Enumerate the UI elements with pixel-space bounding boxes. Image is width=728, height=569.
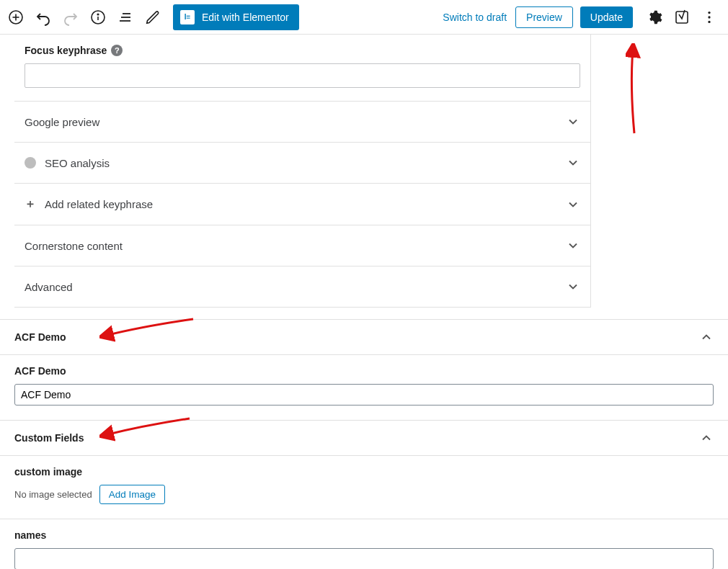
chevron-up-icon [699, 330, 714, 344]
svg-point-10 [708, 11, 710, 13]
add-related-label: Add related keyphrase [45, 198, 153, 210]
add-block-button[interactable] [3, 4, 29, 30]
names-body: names [0, 519, 728, 569]
focus-keyphrase-input[interactable] [25, 63, 580, 88]
settings-button[interactable] [642, 4, 667, 30]
google-preview-accordion[interactable]: Google preview [14, 102, 590, 143]
info-button[interactable] [85, 4, 111, 30]
acf-demo-field-label: ACF Demo [14, 365, 714, 377]
chevron-down-icon [566, 115, 580, 129]
svg-point-5 [97, 14, 99, 15]
svg-point-12 [708, 20, 710, 22]
outline-button[interactable] [112, 4, 138, 30]
plus-icon: ＋ [25, 197, 36, 212]
yoast-icon [673, 9, 691, 26]
redo-button [58, 4, 84, 30]
seo-status-dot-icon [25, 157, 36, 169]
preview-button[interactable]: Preview [515, 6, 573, 28]
advanced-label: Advanced [25, 281, 73, 293]
names-label: names [14, 529, 714, 541]
seo-analysis-accordion[interactable]: SEO analysis [14, 143, 590, 184]
chevron-down-icon [566, 279, 580, 294]
acf-demo-body: ACF Demo [0, 355, 728, 421]
yoast-button[interactable] [669, 4, 695, 30]
names-input[interactable] [14, 548, 714, 569]
elementor-button[interactable]: I≡ Edit with Elementor [173, 4, 299, 30]
undo-icon [35, 9, 52, 26]
redo-icon [62, 9, 79, 26]
help-icon[interactable]: ? [111, 45, 123, 56]
more-button[interactable] [696, 4, 722, 30]
acf-demo-header[interactable]: ACF Demo [0, 320, 728, 355]
yoast-seo-panel: Focus keyphrase ? Google preview SEO ana… [14, 35, 591, 308]
edit-button[interactable] [140, 4, 166, 30]
cornerstone-accordion[interactable]: Cornerstone content [14, 225, 590, 266]
pencil-icon [145, 9, 161, 25]
kebab-icon [701, 9, 717, 25]
acf-demo-header-label: ACF Demo [14, 331, 66, 343]
chevron-down-icon [566, 197, 580, 212]
update-button[interactable]: Update [580, 6, 633, 28]
seo-analysis-label: SEO analysis [45, 157, 110, 169]
add-related-keyphrase-accordion[interactable]: ＋ Add related keyphrase [14, 184, 590, 225]
custom-fields-header[interactable]: Custom Fields [0, 421, 728, 456]
acf-demo-field-input[interactable] [14, 384, 714, 406]
custom-image-label: custom image [14, 466, 714, 478]
no-image-text: No image selected [14, 489, 92, 500]
advanced-accordion[interactable]: Advanced [14, 266, 590, 307]
elementor-icon: I≡ [180, 10, 195, 24]
chevron-down-icon [566, 156, 580, 170]
chevron-up-icon [699, 431, 714, 445]
google-preview-label: Google preview [25, 116, 99, 128]
info-icon [89, 9, 107, 26]
chevron-down-icon [566, 238, 580, 253]
focus-keyphrase-label: Focus keyphrase [25, 45, 107, 56]
editor-toolbar: I≡ Edit with Elementor Switch to draft P… [0, 0, 728, 35]
elementor-label: Edit with Elementor [202, 12, 289, 23]
gear-icon [647, 9, 662, 25]
add-image-button[interactable]: Add Image [99, 485, 165, 504]
undo-button[interactable] [30, 4, 56, 30]
list-icon [117, 9, 134, 26]
svg-point-11 [708, 16, 710, 18]
custom-image-body: custom image No image selected Add Image [0, 456, 728, 519]
custom-fields-header-label: Custom Fields [14, 432, 84, 444]
switch-to-draft-link[interactable]: Switch to draft [443, 12, 507, 23]
plus-circle-icon [7, 9, 25, 26]
cornerstone-label: Cornerstone content [25, 240, 123, 252]
